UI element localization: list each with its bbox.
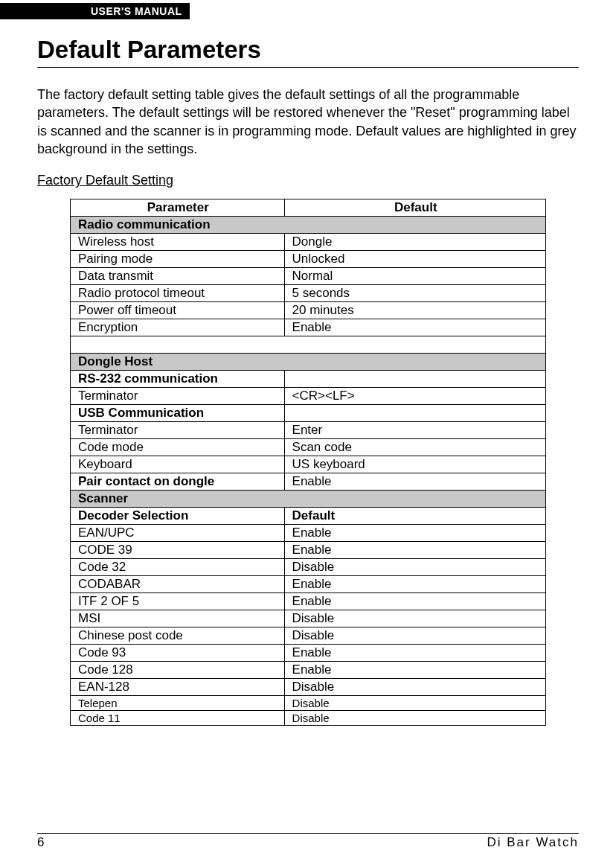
col-parameter: Parameter	[71, 199, 285, 217]
default-cell: Disable	[284, 559, 545, 576]
table-row: RS-232 communication	[71, 371, 546, 388]
table-row: TelepenDisable	[71, 696, 546, 711]
table-row: CODABAREnable	[71, 576, 546, 593]
default-cell: Unlocked	[284, 251, 545, 268]
product-name: Di Bar Watch	[487, 835, 579, 850]
param-cell: EAN-128	[71, 679, 285, 696]
table-row: MSIDisable	[71, 610, 546, 627]
table-row: CODE 39Enable	[71, 542, 546, 559]
default-cell: Disable	[284, 610, 545, 627]
default-cell: 5 seconds	[284, 285, 545, 302]
title-rule	[37, 67, 579, 68]
table-row	[71, 336, 546, 354]
table-row: Scanner	[71, 491, 546, 508]
param-cell: USB Communication	[71, 405, 285, 422]
param-cell: Code 128	[71, 662, 285, 679]
table-row: Power off timeout20 minutes	[71, 302, 546, 319]
default-cell: 20 minutes	[284, 302, 545, 319]
param-cell: Code 32	[71, 559, 285, 576]
param-cell: Pair contact on dongle	[71, 473, 285, 491]
param-cell: Radio protocol timeout	[71, 285, 285, 302]
param-cell: Chinese post code	[71, 627, 285, 645]
manual-header-label: USER'S MANUAL	[82, 3, 190, 19]
default-cell: Disable	[284, 696, 545, 711]
param-cell: CODE 39	[71, 542, 285, 559]
table-row: TerminatorEnter	[71, 422, 546, 439]
table-row: Code modeScan code	[71, 439, 546, 456]
default-cell: Enable	[284, 319, 545, 336]
table-row: Code 128Enable	[71, 662, 546, 679]
table-row: Chinese post codeDisable	[71, 627, 546, 645]
param-cell: ITF 2 OF 5	[71, 593, 285, 610]
table-row: USB Communication	[71, 405, 546, 422]
page-number: 6	[37, 835, 44, 850]
default-cell: Enable	[284, 525, 545, 542]
param-cell: Terminator	[71, 388, 285, 405]
param-cell: Code 93	[71, 645, 285, 662]
table-row: Wireless hostDongle	[71, 234, 546, 251]
parameters-table: Parameter Default Radio communicationWir…	[70, 199, 546, 726]
section-label: Dongle Host	[71, 354, 546, 371]
table-row: KeyboardUS keyboard	[71, 456, 546, 473]
default-cell: Enable	[284, 645, 545, 662]
table-row: Pair contact on dongleEnable	[71, 473, 546, 491]
default-cell: Enable	[284, 662, 545, 679]
section-label: Scanner	[71, 491, 546, 508]
default-cell: Dongle	[284, 234, 545, 251]
col-default: Default	[284, 199, 545, 217]
page-title: Default Parameters	[37, 36, 579, 64]
param-cell: Decoder Selection	[71, 508, 285, 525]
default-cell: Default	[284, 508, 545, 525]
default-cell: Enable	[284, 542, 545, 559]
param-cell: Power off timeout	[71, 302, 285, 319]
default-cell: Disable	[284, 679, 545, 696]
table-row: Code 32Disable	[71, 559, 546, 576]
table-row: Pairing modeUnlocked	[71, 251, 546, 268]
default-cell	[284, 371, 545, 388]
header-bar-prefix	[0, 3, 82, 19]
param-cell: Encryption	[71, 319, 285, 336]
header-bar-wrap: USER'S MANUAL	[0, 0, 616, 19]
page-content: Default Parameters The factory default s…	[0, 19, 616, 726]
default-cell: Enter	[284, 422, 545, 439]
param-cell: Wireless host	[71, 234, 285, 251]
default-cell: Enable	[284, 473, 545, 491]
table-row: Radio protocol timeout5 seconds	[71, 285, 546, 302]
factory-default-subhead: Factory Default Setting	[37, 173, 579, 188]
table-header-row: Parameter Default	[71, 199, 546, 217]
table-row: Code 93Enable	[71, 645, 546, 662]
table-row: Dongle Host	[71, 354, 546, 371]
table-row: EncryptionEnable	[71, 319, 546, 336]
default-cell	[284, 405, 545, 422]
table-row: ITF 2 OF 5Enable	[71, 593, 546, 610]
param-cell: Code 11	[71, 711, 285, 726]
table-row: Terminator<CR><LF>	[71, 388, 546, 405]
default-cell: <CR><LF>	[284, 388, 545, 405]
param-cell: Data transmit	[71, 268, 285, 285]
table-row: EAN/UPCEnable	[71, 525, 546, 542]
default-cell: Disable	[284, 711, 545, 726]
default-cell: US keyboard	[284, 456, 545, 473]
default-cell: Enable	[284, 576, 545, 593]
param-cell: Telepen	[71, 696, 285, 711]
table-row: EAN-128Disable	[71, 679, 546, 696]
default-cell: Scan code	[284, 439, 545, 456]
intro-paragraph: The factory default setting table gives …	[37, 86, 579, 158]
param-cell: RS-232 communication	[71, 371, 285, 388]
table-row: Data transmitNormal	[71, 268, 546, 285]
param-cell: MSI	[71, 610, 285, 627]
param-cell: CODABAR	[71, 576, 285, 593]
param-cell: Code mode	[71, 439, 285, 456]
table-row: Radio communication	[71, 217, 546, 234]
param-cell: Terminator	[71, 422, 285, 439]
section-label: Radio communication	[71, 217, 546, 234]
empty-cell	[71, 336, 546, 354]
default-cell: Disable	[284, 627, 545, 645]
default-cell: Normal	[284, 268, 545, 285]
page-footer: 6 Di Bar Watch	[37, 833, 579, 850]
table-row: Decoder SelectionDefault	[71, 508, 546, 525]
table-row: Code 11Disable	[71, 711, 546, 726]
param-cell: Pairing mode	[71, 251, 285, 268]
param-cell: Keyboard	[71, 456, 285, 473]
default-cell: Enable	[284, 593, 545, 610]
